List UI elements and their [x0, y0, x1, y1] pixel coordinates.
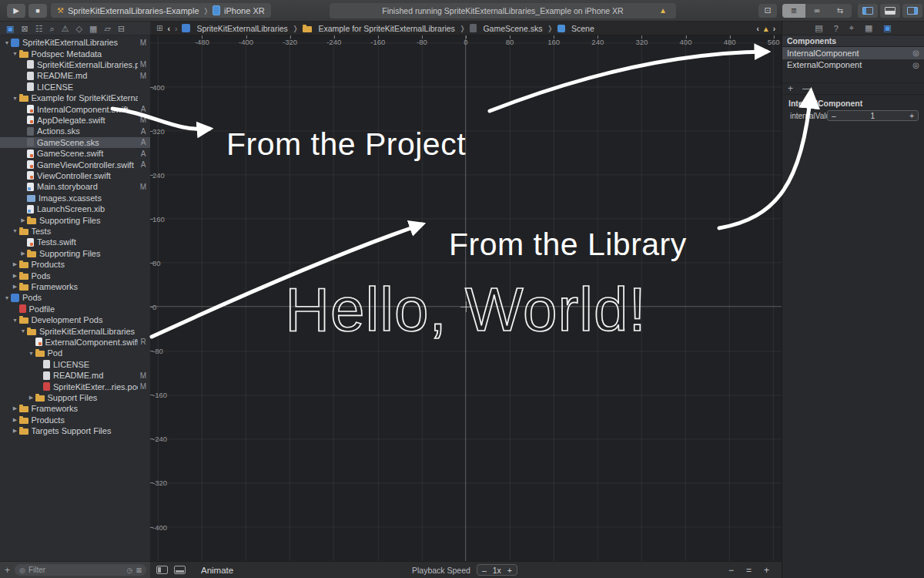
warning-icon[interactable]: ▲	[659, 6, 667, 15]
tree-row[interactable]: AppDelegate.swiftM	[0, 115, 150, 126]
issue-warning-icon[interactable]: ▲	[762, 25, 770, 33]
zoom-in-button[interactable]: +	[764, 565, 769, 576]
component-target-icon[interactable]: ◎	[912, 61, 919, 69]
zoom-out-button[interactable]: −	[728, 565, 734, 576]
attributes-inspector-tab[interactable]: ▣	[883, 23, 891, 33]
tree-row[interactable]: ViewController.swift	[0, 170, 150, 181]
tree-row[interactable]: ExternalComponent.swiftR	[0, 337, 150, 348]
tree-row[interactable]: README.mdM	[0, 370, 150, 381]
tree-row[interactable]: LICENSE	[0, 82, 150, 92]
tree-row[interactable]: LICENSE	[0, 359, 150, 370]
disclosure-closed-icon[interactable]: ▶	[12, 428, 19, 434]
tree-row[interactable]: ▶Support Files	[0, 392, 150, 403]
run-button[interactable]: ▶	[7, 4, 25, 18]
physics-inspector-tab[interactable]: ▦	[865, 23, 872, 33]
component-target-icon[interactable]: ◎	[912, 49, 919, 57]
standard-editor-button[interactable]: ≣	[782, 4, 805, 18]
disclosure-closed-icon[interactable]: ▶	[28, 395, 35, 401]
value-increase-button[interactable]: +	[909, 112, 914, 120]
report-navigator-icon[interactable]: ⊟	[118, 22, 125, 35]
tree-row[interactable]: ▶Supporting Files	[0, 248, 150, 259]
component-row[interactable]: InternalComponent◎	[782, 47, 924, 59]
tree-row[interactable]: SpriteKitExter...ries.podspecM	[0, 381, 150, 391]
tree-row[interactable]: ▼SpriteKitExternalLibrariesM	[0, 37, 150, 48]
library-button[interactable]: ⊡	[758, 4, 777, 18]
source-control-navigator-icon[interactable]: ⊠	[21, 22, 28, 35]
disclosure-open-icon[interactable]: ▼	[28, 351, 35, 356]
tree-row[interactable]: ▶Frameworks	[0, 281, 150, 292]
remove-component-button[interactable]: —	[802, 83, 812, 94]
symbol-navigator-icon[interactable]: ☷	[35, 22, 43, 35]
disclosure-open-icon[interactable]: ▼	[12, 96, 19, 101]
node-inspector-tab[interactable]: ⌖	[849, 23, 854, 33]
issue-navigator-icon[interactable]: ⚠	[62, 22, 69, 35]
disclosure-open-icon[interactable]: ▼	[3, 295, 11, 301]
assistant-editor-button[interactable]: ∞	[805, 4, 829, 18]
tree-row[interactable]: README.mdM	[0, 70, 150, 81]
tree-row[interactable]: Podfile	[0, 304, 150, 314]
zoom-fit-button[interactable]: =	[746, 565, 752, 576]
speed-decrease-button[interactable]: –	[482, 566, 487, 575]
tree-row[interactable]: ▼Pods	[0, 292, 150, 303]
tree-row[interactable]: ▶Products	[0, 259, 150, 270]
component-row[interactable]: ExternalComponent◎	[782, 59, 924, 72]
disclosure-closed-icon[interactable]: ▶	[12, 417, 19, 423]
find-navigator-icon[interactable]: ⌕	[50, 22, 55, 35]
related-items-icon[interactable]: ⊞	[156, 24, 162, 32]
disclosure-closed-icon[interactable]: ▶	[12, 261, 19, 267]
disclosure-open-icon[interactable]: ▼	[19, 328, 27, 334]
tree-row[interactable]: ▼Development Pods	[0, 314, 150, 325]
clear-filter-icon[interactable]: ⊠	[136, 566, 142, 574]
test-navigator-icon[interactable]: ◇	[76, 22, 82, 35]
disclosure-closed-icon[interactable]: ▶	[12, 273, 19, 279]
value-field[interactable]: 1	[836, 112, 910, 120]
tree-row[interactable]: ▶Pods	[0, 270, 150, 281]
tree-row[interactable]: ▶Supporting Files	[0, 214, 150, 225]
internal-value-stepper[interactable]: – 1 +	[827, 110, 919, 121]
inspector-toggle[interactable]	[902, 4, 922, 18]
breadcrumb-item[interactable]: Scene	[557, 24, 594, 33]
tree-row[interactable]: ▶Targets Support Files	[0, 425, 150, 436]
scene-editor-canvas[interactable]: -480-400-320-240-160-8008016024032040048…	[150, 35, 782, 561]
tree-row[interactable]: ▼Tests	[0, 226, 150, 237]
forward-button[interactable]: ›	[175, 24, 178, 33]
disclosure-closed-icon[interactable]: ▶	[19, 217, 27, 223]
debug-area-toggle[interactable]	[880, 4, 900, 18]
tree-row[interactable]: SpriteKitExternalLibraries.podspecM	[0, 59, 150, 70]
file-inspector-tab[interactable]: ▤	[815, 23, 822, 33]
disclosure-open-icon[interactable]: ▼	[3, 40, 11, 45]
tree-row[interactable]: Tests.swift	[0, 237, 150, 247]
tree-row[interactable]: InternalComponent.swiftA	[0, 103, 150, 114]
scheme-selector[interactable]: ⚒ SpriteKitExternalLibraries-Example ❭ i…	[51, 3, 271, 18]
breadcrumb-item[interactable]: GameScene.sks	[470, 24, 542, 33]
recent-icon[interactable]: ◷	[127, 566, 133, 574]
disclosure-open-icon[interactable]: ▼	[12, 228, 19, 234]
back-button[interactable]: ‹	[167, 24, 170, 33]
tree-row[interactable]: LaunchScreen.xib	[0, 203, 150, 214]
version-editor-button[interactable]: ⇆	[829, 4, 852, 18]
tree-row[interactable]: ▼SpriteKitExternalLibraries	[0, 325, 150, 336]
tree-row[interactable]: GameScene.swiftA	[0, 148, 150, 159]
disclosure-closed-icon[interactable]: ▶	[12, 405, 19, 412]
project-navigator-icon[interactable]: ▣	[6, 22, 14, 35]
tree-row[interactable]: ▼Podspec Metadata	[0, 48, 150, 59]
debug-navigator-icon[interactable]: ▦	[89, 22, 97, 35]
filter-input[interactable]: ◎ Filter ◷ ⊠	[15, 564, 146, 576]
breadcrumb-item[interactable]: SpriteKitExternalLibraries	[182, 24, 287, 33]
tree-row[interactable]: Main.storyboardM	[0, 181, 150, 192]
tree-row[interactable]: GameViewController.swiftA	[0, 159, 150, 170]
disclosure-open-icon[interactable]: ▼	[12, 51, 19, 56]
previous-issue-button[interactable]: ‹	[756, 25, 758, 33]
show-node-list-icon[interactable]	[156, 566, 168, 574]
tree-row[interactable]: Images.xcassets	[0, 193, 150, 203]
navigator-toggle[interactable]	[858, 4, 878, 18]
tree-row[interactable]: GameScene.sksA	[0, 137, 150, 148]
disclosure-closed-icon[interactable]: ▶	[19, 250, 27, 257]
disclosure-closed-icon[interactable]: ▶	[12, 284, 19, 290]
add-component-button[interactable]: +	[788, 83, 793, 94]
tree-row[interactable]: ▼Pod	[0, 348, 150, 358]
animate-button[interactable]: Animate	[201, 566, 233, 575]
show-action-editor-icon[interactable]	[174, 566, 186, 574]
tree-row[interactable]: ▶Frameworks	[0, 403, 150, 414]
tree-row[interactable]: ▼Example for SpriteKitExternalLibraries	[0, 92, 150, 103]
